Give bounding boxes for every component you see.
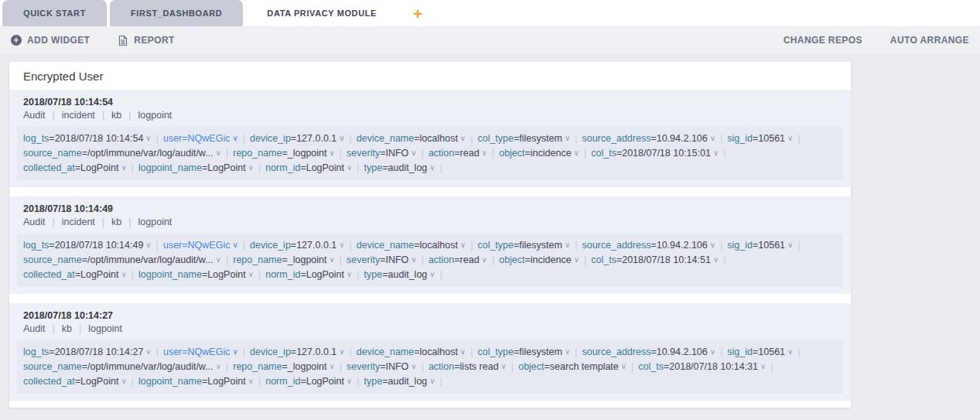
field-device_name[interactable]: device_name=localhost∨ <box>357 347 466 357</box>
field-device_ip[interactable]: device_ip=127.0.0.1∨ <box>250 347 345 357</box>
field-key: logpoint_name <box>138 162 202 173</box>
field-source_address[interactable]: source_address=10.94.2.106∨ <box>582 240 715 251</box>
field-key: sig_id <box>727 240 753 251</box>
field-separator: | <box>723 254 726 265</box>
auto-arrange-button[interactable]: AUTO ARRANGE <box>890 35 969 46</box>
tag-link[interactable]: Audit <box>23 110 46 121</box>
field-repo_name[interactable]: repo_name=_logpoint∨ <box>233 148 335 159</box>
field-action[interactable]: action=read∨ <box>429 148 487 159</box>
field-value: =2018/07/18 10:14:49 <box>49 240 143 251</box>
field-value: =localhost <box>414 240 458 251</box>
field-separator: | <box>243 240 245 251</box>
field-device_name[interactable]: device_name=localhost∨ <box>357 240 466 251</box>
field-value: =NQwEGic <box>182 347 230 357</box>
field-col_type[interactable]: col_type=filesystem∨ <box>477 347 570 357</box>
field-col_type[interactable]: col_type=filesystem∨ <box>477 133 570 144</box>
chevron-down-icon: ∨ <box>411 255 416 264</box>
field-key: log_ts <box>23 347 49 357</box>
field-type[interactable]: type=audit_log∨ <box>364 162 435 173</box>
tag-link[interactable]: logpoint <box>88 323 122 334</box>
field-object[interactable]: object=incidence∨ <box>499 254 579 265</box>
chevron-down-icon: ∨ <box>482 149 487 157</box>
field-device_ip[interactable]: device_ip=127.0.0.1∨ <box>250 240 345 251</box>
tag-link[interactable]: kb <box>111 217 121 227</box>
field-collected_at[interactable]: collected_at=LogPoint∨ <box>23 376 127 387</box>
field-repo_name[interactable]: repo_name=_logpoint∨ <box>233 361 335 372</box>
field-col_ts[interactable]: col_ts=2018/07/18 10:14:51∨ <box>591 254 719 265</box>
field-severity[interactable]: severity=INFO∨ <box>347 254 417 265</box>
field-user[interactable]: user=NQwEGic∨ <box>163 240 238 251</box>
field-row: source_name=/opt/immune/var/log/audit/w.… <box>23 146 837 161</box>
field-key: norm_id <box>265 376 300 387</box>
tag-link[interactable]: logpoint <box>138 217 172 227</box>
field-severity[interactable]: severity=INFO∨ <box>347 361 417 372</box>
field-object[interactable]: object=incidence∨ <box>499 148 579 159</box>
field-source_name[interactable]: source_name=/opt/immune/var/log/audit/w.… <box>23 148 221 159</box>
field-severity[interactable]: severity=INFO∨ <box>347 148 417 159</box>
field-separator: | <box>258 269 261 280</box>
field-log_ts[interactable]: log_ts=2018/07/18 10:14:54∨ <box>23 133 152 144</box>
field-value: =10.94.2.106 <box>650 347 707 357</box>
chevron-down-icon: ∨ <box>501 362 507 370</box>
tab-first-dashboard[interactable]: FIRST_DASHBOARD <box>110 0 243 26</box>
field-norm_id[interactable]: norm_id=LogPoint∨ <box>265 162 352 173</box>
report-button[interactable]: REPORT <box>118 35 174 46</box>
field-separator: | <box>440 162 442 173</box>
field-collected_at[interactable]: collected_at=LogPoint∨ <box>23 162 127 173</box>
chevron-down-icon: ∨ <box>482 255 487 264</box>
field-sig_id[interactable]: sig_id=10561∨ <box>727 347 793 357</box>
field-type[interactable]: type=audit_log∨ <box>364 269 435 280</box>
field-norm_id[interactable]: norm_id=LogPoint∨ <box>265 376 352 387</box>
add-dashboard-button[interactable]: + <box>401 0 435 26</box>
field-logpoint_name[interactable]: logpoint_name=LogPoint∨ <box>138 376 254 387</box>
field-user[interactable]: user=NQwEGic∨ <box>163 347 238 357</box>
field-key: user <box>163 133 182 144</box>
field-value: =LogPoint <box>300 376 344 387</box>
chevron-down-icon: ∨ <box>121 163 126 172</box>
tag-link[interactable]: Audit <box>23 323 46 334</box>
field-sig_id[interactable]: sig_id=10561∨ <box>727 133 793 144</box>
field-user[interactable]: user=NQwEGic∨ <box>163 133 238 144</box>
entry-tags: Audit|kb|logpoint <box>23 322 843 336</box>
field-object[interactable]: object=search template∨ <box>518 361 627 372</box>
field-logpoint_name[interactable]: logpoint_name=LogPoint∨ <box>138 269 254 280</box>
field-device_ip[interactable]: device_ip=127.0.0.1∨ <box>250 133 345 144</box>
field-separator: | <box>258 376 261 387</box>
field-col_ts[interactable]: col_ts=2018/07/18 10:15:01∨ <box>591 148 719 159</box>
change-repos-button[interactable]: CHANGE REPOS <box>784 35 862 46</box>
field-col_ts[interactable]: col_ts=2018/07/18 10:14:31∨ <box>638 361 766 372</box>
tag-link[interactable]: kb <box>111 110 121 121</box>
field-value: =LogPoint <box>300 162 344 173</box>
field-log_ts[interactable]: log_ts=2018/07/18 10:14:49∨ <box>23 240 152 251</box>
field-key: repo_name <box>233 254 282 265</box>
field-action[interactable]: action=read∨ <box>429 254 487 265</box>
tag-link[interactable]: logpoint <box>138 110 172 121</box>
field-device_name[interactable]: device_name=localhost∨ <box>357 133 466 144</box>
field-source_address[interactable]: source_address=10.94.2.106∨ <box>582 133 715 144</box>
tag-link[interactable]: kb <box>62 323 72 334</box>
field-action[interactable]: action=lists read∨ <box>429 361 507 372</box>
field-logpoint_name[interactable]: logpoint_name=LogPoint∨ <box>138 162 254 173</box>
field-repo_name[interactable]: repo_name=_logpoint∨ <box>233 254 335 265</box>
field-col_type[interactable]: col_type=filesystem∨ <box>477 240 570 251</box>
field-separator: | <box>492 254 494 265</box>
field-source_name[interactable]: source_name=/opt/immune/var/log/audit/w.… <box>23 254 221 265</box>
add-widget-button[interactable]: + ADD WIDGET <box>11 35 90 46</box>
tag-link[interactable]: incident <box>62 217 95 227</box>
tab-quick-start[interactable]: QUICK START <box>2 0 107 26</box>
field-norm_id[interactable]: norm_id=LogPoint∨ <box>265 269 352 280</box>
report-label: REPORT <box>134 35 174 46</box>
field-source_address[interactable]: source_address=10.94.2.106∨ <box>582 347 715 357</box>
field-separator: | <box>422 254 424 265</box>
field-sig_id[interactable]: sig_id=10561∨ <box>727 240 793 251</box>
field-separator: | <box>340 254 342 265</box>
field-key: collected_at <box>23 162 75 173</box>
field-collected_at[interactable]: collected_at=LogPoint∨ <box>23 269 127 280</box>
field-log_ts[interactable]: log_ts=2018/07/18 10:14:27∨ <box>23 347 152 357</box>
tab-data-privacy-module[interactable]: DATA PRIVACY MODULE <box>246 0 398 26</box>
field-value: =search template <box>545 361 619 372</box>
tag-link[interactable]: Audit <box>23 217 46 227</box>
field-source_name[interactable]: source_name=/opt/immune/var/log/audit/w.… <box>23 361 221 372</box>
tag-link[interactable]: incident <box>62 110 95 121</box>
field-type[interactable]: type=audit_log∨ <box>364 376 435 387</box>
